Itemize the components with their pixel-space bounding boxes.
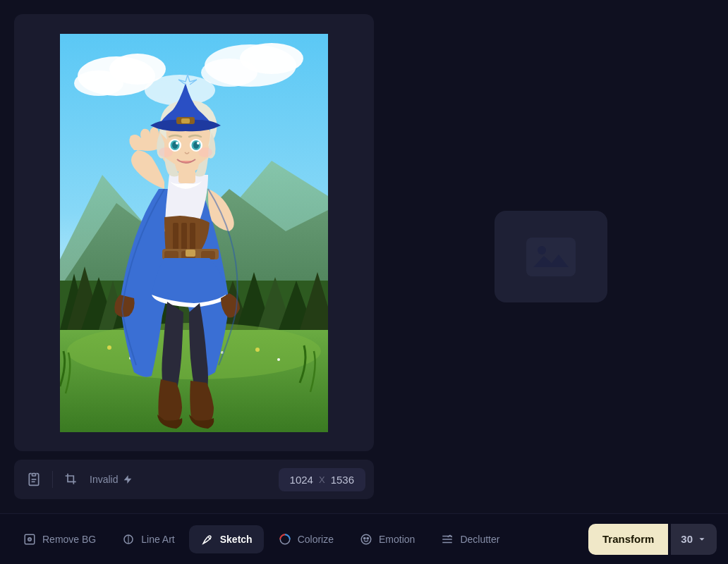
svg-point-45	[176, 142, 178, 145]
sketch-icon	[200, 532, 214, 546]
dimension-separator: X	[319, 474, 325, 485]
width-value: 1024	[290, 474, 313, 486]
declutter-label: Declutter	[460, 534, 499, 545]
main-content: Invalid 1024 X 1536	[0, 0, 728, 513]
emotion-icon	[359, 532, 373, 546]
height-value: 1536	[331, 474, 354, 486]
svg-point-49	[197, 142, 200, 145]
svg-point-65	[364, 537, 365, 539]
output-placeholder	[495, 211, 607, 302]
line-art-icon	[121, 532, 135, 546]
clipboard-icon[interactable]	[23, 468, 45, 491]
dimensions-display: 1024 X 1536	[279, 468, 365, 491]
toolbar-divider-1	[52, 471, 53, 488]
svg-rect-55	[32, 474, 36, 476]
svg-rect-34	[181, 223, 187, 251]
declutter-button[interactable]: Declutter	[429, 525, 511, 553]
left-panel: Invalid 1024 X 1536	[14, 14, 374, 499]
remove-bg-icon	[23, 532, 37, 546]
sketch-button[interactable]: Sketch	[189, 525, 264, 553]
right-panel	[388, 14, 714, 499]
transform-label: Transform	[602, 533, 654, 545]
svg-rect-35	[190, 223, 195, 251]
remove-bg-button[interactable]: Remove BG	[11, 525, 107, 553]
svg-rect-54	[178, 169, 195, 183]
svg-rect-58	[526, 238, 576, 276]
colorize-icon	[278, 532, 292, 546]
anime-character-image	[60, 34, 328, 432]
svg-point-59	[538, 246, 546, 255]
remove-bg-label: Remove BG	[42, 534, 96, 545]
colorize-button[interactable]: Colorize	[267, 525, 345, 553]
svg-rect-40	[186, 250, 195, 257]
declutter-icon	[440, 532, 454, 546]
chevron-down-icon	[697, 534, 707, 544]
count-value: 30	[681, 533, 693, 545]
svg-point-64	[361, 534, 371, 544]
svg-point-66	[367, 537, 368, 539]
svg-point-51	[198, 147, 212, 157]
placeholder-image-icon	[526, 238, 576, 276]
svg-point-3	[74, 70, 123, 96]
count-button[interactable]: 30	[671, 524, 717, 555]
invalid-badge[interactable]: Invalid	[90, 474, 133, 485]
crop-icon[interactable]	[60, 468, 83, 491]
invalid-label: Invalid	[90, 474, 118, 485]
svg-point-30	[277, 358, 280, 361]
svg-point-27	[107, 345, 111, 350]
svg-point-50	[159, 147, 173, 157]
emotion-button[interactable]: Emotion	[348, 525, 426, 553]
transform-button[interactable]: Transform	[588, 524, 668, 555]
bottom-toolbar: Remove BG Line Art Sketch	[0, 513, 728, 564]
svg-rect-53	[181, 118, 190, 123]
image-container	[14, 14, 374, 451]
emotion-label: Emotion	[379, 534, 415, 545]
colorize-label: Colorize	[298, 534, 334, 545]
image-toolbar: Invalid 1024 X 1536	[14, 460, 374, 499]
line-art-button[interactable]: Line Art	[110, 525, 186, 553]
sketch-label: Sketch	[220, 534, 253, 545]
svg-rect-33	[173, 223, 178, 251]
svg-point-29	[255, 348, 260, 352]
line-art-label: Line Art	[141, 534, 174, 545]
